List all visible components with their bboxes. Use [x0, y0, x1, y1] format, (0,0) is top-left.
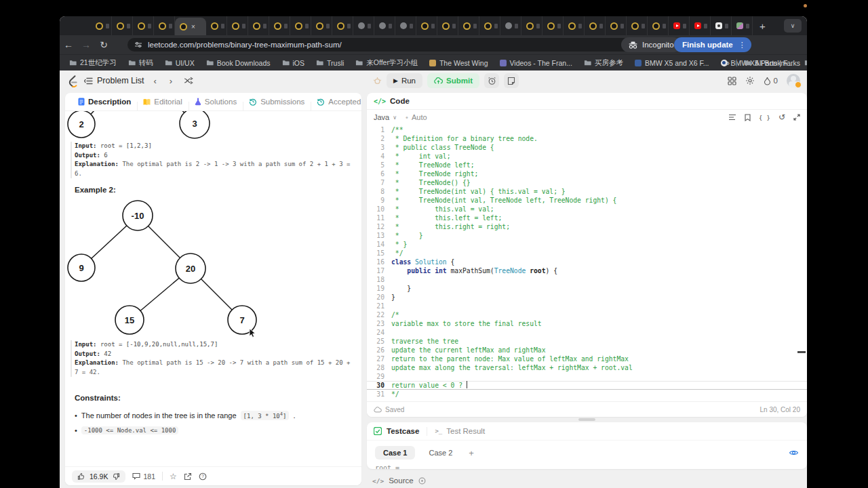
- bookmark-item[interactable]: Videos - The Fran...: [500, 59, 572, 67]
- code-line[interactable]: 17 public int maxPathSum(TreeNode root) …: [367, 266, 807, 275]
- case-tab-1[interactable]: Case 1: [375, 446, 415, 460]
- format-code-icon[interactable]: [728, 114, 736, 121]
- tab-solutions[interactable]: Solutions: [189, 98, 243, 106]
- avatar[interactable]: [787, 74, 800, 87]
- panel-resize-handle[interactable]: [578, 418, 595, 421]
- url-text[interactable]: leetcode.com/problems/binary-tree-maximu…: [148, 41, 342, 49]
- code-line[interactable]: 22/*: [367, 310, 807, 319]
- shuffle-button[interactable]: [182, 77, 195, 85]
- browser-tab[interactable]: [395, 16, 416, 35]
- browser-tab[interactable]: [669, 16, 690, 35]
- scrollbar-mark[interactable]: [797, 351, 806, 353]
- browser-tab[interactable]: [542, 16, 564, 35]
- code-editor[interactable]: 1/**2 * Definition for a binary tree nod…: [367, 125, 807, 402]
- vote-control[interactable]: 16.9K: [72, 470, 125, 483]
- info-circle-icon[interactable]: [418, 477, 426, 485]
- browser-tab[interactable]: [206, 16, 227, 35]
- code-line[interactable]: 26update the current leftMax and rightMa…: [367, 346, 807, 354]
- browser-tab[interactable]: [690, 16, 711, 35]
- bookmark-item[interactable]: 买房参考: [584, 58, 623, 68]
- settings-gear-icon[interactable]: [745, 76, 755, 85]
- code-line[interactable]: 7 * TreeNode() {}: [367, 178, 807, 187]
- bookmark-item[interactable]: Trusli: [316, 59, 344, 67]
- bookmark-item[interactable]: BMW X5 and X6 F...: [635, 59, 709, 67]
- bookmarks-overflow-button[interactable]: »: [725, 58, 730, 68]
- code-line[interactable]: 13 * }: [367, 231, 807, 240]
- browser-tab[interactable]: [521, 16, 542, 35]
- thumbs-up-icon[interactable]: [77, 472, 85, 481]
- browser-tab[interactable]: [353, 16, 374, 35]
- forward-button[interactable]: →: [77, 39, 95, 50]
- back-button[interactable]: ←: [60, 39, 77, 50]
- tab-editorial[interactable]: Editorial: [137, 98, 189, 106]
- code-line[interactable]: 24: [367, 328, 807, 337]
- browser-tab[interactable]: [227, 16, 248, 35]
- case-tab-2[interactable]: Case 2: [420, 446, 460, 460]
- help-icon[interactable]: ?: [199, 472, 207, 481]
- code-line[interactable]: 10 * this.val = val;: [367, 205, 807, 214]
- thumbs-down-icon[interactable]: [112, 472, 120, 481]
- add-case-button[interactable]: +: [466, 448, 477, 458]
- browser-menu-icon[interactable]: ⋮: [738, 41, 746, 49]
- bookmark-item[interactable]: 来Offer学习小组: [355, 58, 418, 68]
- close-tab-icon[interactable]: ×: [191, 23, 195, 30]
- debug-icon[interactable]: [373, 77, 382, 85]
- browser-tab[interactable]: [458, 16, 479, 35]
- code-line[interactable]: 2 * Definition for a binary tree node.: [367, 134, 807, 143]
- problem-list-button[interactable]: Problem List: [84, 76, 144, 85]
- code-line[interactable]: 28update max along the traversal: leftMa…: [367, 363, 807, 372]
- new-tab-button[interactable]: +: [753, 16, 772, 35]
- code-line[interactable]: 6 * TreeNode right;: [367, 169, 807, 178]
- tab-description[interactable]: Description: [72, 98, 137, 106]
- reload-button[interactable]: ↻: [95, 39, 113, 50]
- code-line[interactable]: 16class Solution {: [367, 258, 807, 266]
- bookmark-item[interactable]: iOS: [282, 59, 305, 67]
- browser-tab[interactable]: [585, 16, 606, 35]
- bookmark-icon[interactable]: [745, 114, 751, 121]
- bookmark-item[interactable]: Amazon: [804, 59, 807, 67]
- browser-tab[interactable]: [437, 16, 458, 35]
- code-line[interactable]: 19 }: [367, 284, 807, 293]
- browser-tab-active[interactable]: ×: [175, 18, 206, 35]
- browser-tab[interactable]: [374, 16, 395, 35]
- all-bookmarks-button[interactable]: All Bookmarks: [744, 59, 800, 67]
- test-result-tab[interactable]: >_ Test Result: [435, 427, 485, 435]
- browser-tab[interactable]: [416, 16, 437, 35]
- favorite-star-icon[interactable]: ☆: [170, 472, 177, 481]
- browser-tab[interactable]: [479, 16, 500, 35]
- description-content[interactable]: 2 3 Input: root = [1,2,3] Output: 6 Expl…: [65, 111, 361, 468]
- bookmark-item[interactable]: The West Wing: [429, 59, 488, 67]
- code-line[interactable]: 4 * int val;: [367, 152, 807, 161]
- eye-preview-icon[interactable]: [789, 449, 799, 457]
- code-line[interactable]: 14 * }: [367, 240, 807, 249]
- brackets-icon[interactable]: { }: [759, 114, 770, 121]
- browser-tab[interactable]: [606, 16, 627, 35]
- code-line[interactable]: 23variable max to store the final result: [367, 319, 807, 328]
- browser-tab[interactable]: [732, 16, 753, 35]
- language-selector[interactable]: Java: [374, 113, 389, 121]
- share-icon[interactable]: [184, 472, 192, 481]
- bookmark-item[interactable]: 转码: [128, 58, 153, 68]
- layout-grid-icon[interactable]: [728, 77, 736, 85]
- code-line[interactable]: 11 * this.left = left;: [367, 214, 807, 222]
- cursor-position[interactable]: Ln 30, Col 20: [760, 406, 801, 413]
- code-line[interactable]: 18: [367, 275, 807, 284]
- reset-code-icon[interactable]: ↺: [778, 113, 785, 122]
- finish-update-button[interactable]: Finish update ⋮: [674, 37, 751, 52]
- code-line[interactable]: 20}: [367, 293, 807, 302]
- browser-tab[interactable]: [500, 16, 521, 35]
- next-question-button[interactable]: ›: [166, 76, 176, 86]
- source-toggle[interactable]: Source: [389, 476, 413, 485]
- leetcode-logo[interactable]: [66, 74, 78, 87]
- testcase-tab[interactable]: Testcase: [387, 427, 419, 435]
- browser-tab[interactable]: [290, 16, 311, 35]
- browser-tab[interactable]: [332, 16, 353, 35]
- tab-submissions[interactable]: Submissions: [243, 98, 311, 106]
- fullscreen-icon[interactable]: [793, 114, 800, 121]
- submit-button[interactable]: Submit: [427, 73, 479, 88]
- browser-tab[interactable]: [154, 16, 175, 35]
- timer-button[interactable]: [484, 73, 499, 88]
- comments-button[interactable]: 181: [132, 472, 155, 481]
- run-button[interactable]: ▶ Run: [387, 73, 422, 88]
- bookmark-item[interactable]: 21世纪学习: [69, 58, 117, 68]
